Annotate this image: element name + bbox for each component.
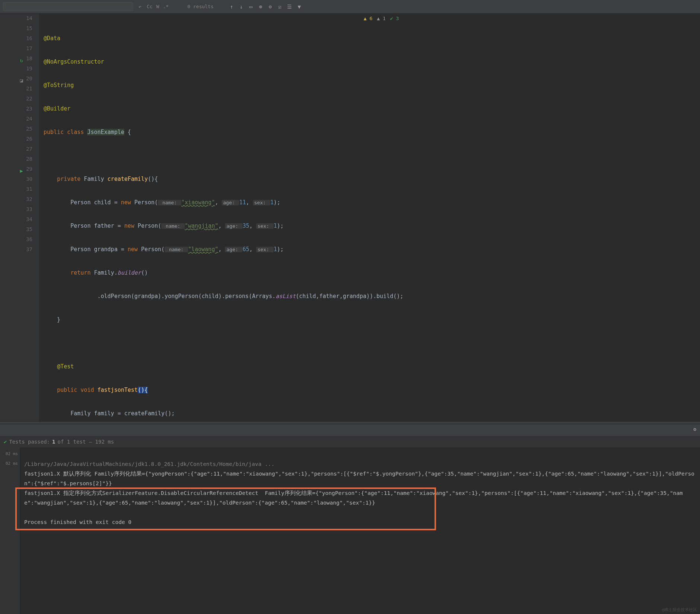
gear-icon[interactable]: ⚙: [693, 426, 696, 432]
user-annotation-box: [15, 487, 436, 530]
find-toolbar[interactable]: ↶ Cc W .* 0 results ↑ ↓ ▭ ⊕ ⊖ ☑ ☰ ▼: [0, 0, 700, 13]
gutter: 1415161718↻1920◪212223242526272829▶30313…: [0, 13, 39, 421]
run-toolbar[interactable]: ⚙: [0, 424, 700, 436]
inspection-badges[interactable]: ▲ 6 ▲ 1 ✔ 3: [364, 16, 399, 21]
tests-total: of 1 test – 192 ms: [57, 439, 114, 445]
ok-icon[interactable]: ✔ 3: [390, 16, 399, 21]
annotation: @Builder: [44, 105, 70, 112]
regex-icon[interactable]: .*: [163, 4, 169, 9]
run-test-icon[interactable]: ▶: [17, 166, 23, 172]
annotation: @NoArgsConstructor: [44, 58, 104, 65]
run-panel: ⚙ ✔ Tests passed: 1 of 1 test – 192 ms 0…: [0, 424, 700, 614]
next-match-icon[interactable]: ↓: [238, 4, 244, 10]
tests-passed-label: Tests passed:: [9, 439, 50, 445]
test-tree-times: 02 ms 02 ms: [0, 447, 20, 614]
console-output[interactable]: /Library/Java/JavaVirtualMachines/jdk1.8…: [20, 447, 700, 614]
settings-icon[interactable]: ☰: [287, 4, 293, 10]
annotation: @ToString: [44, 82, 74, 89]
warning-icon[interactable]: ▲ 6: [364, 16, 372, 21]
add-selection-icon[interactable]: ⊕: [258, 4, 264, 10]
annotation: @Data: [44, 35, 60, 42]
tests-passed-count: 1: [52, 439, 55, 445]
watermark: @稀土掘金技术社区: [662, 607, 697, 613]
checkbox-icon[interactable]: ☑: [277, 4, 283, 10]
find-input[interactable]: [3, 2, 133, 11]
console-line: fastjson1.X 默认序列化 Family序列化结果={"yongPers…: [24, 471, 694, 486]
code-area[interactable]: ▲ 6 ▲ 1 ✔ 3 @Data @NoArgsConstructor @To…: [39, 13, 403, 421]
match-case-icon[interactable]: Cc: [147, 4, 153, 9]
java-command: /Library/Java/JavaVirtualMachines/jdk1.8…: [24, 461, 274, 467]
undo-icon[interactable]: ↶: [137, 4, 143, 10]
results-count: 0 results: [187, 4, 213, 9]
filter-icon[interactable]: ▼: [296, 4, 302, 10]
remove-selection-icon[interactable]: ⊖: [267, 4, 273, 10]
editor[interactable]: 1415161718↻1920◪212223242526272829▶30313…: [0, 13, 700, 421]
weak-warning-icon[interactable]: ▲ 1: [377, 16, 385, 21]
prev-match-icon[interactable]: ↑: [229, 4, 235, 10]
words-icon[interactable]: W: [156, 4, 159, 9]
test-status-bar: ✔ Tests passed: 1 of 1 test – 192 ms: [0, 436, 700, 447]
select-all-icon[interactable]: ▭: [248, 4, 254, 10]
check-icon: ✔: [4, 439, 7, 445]
